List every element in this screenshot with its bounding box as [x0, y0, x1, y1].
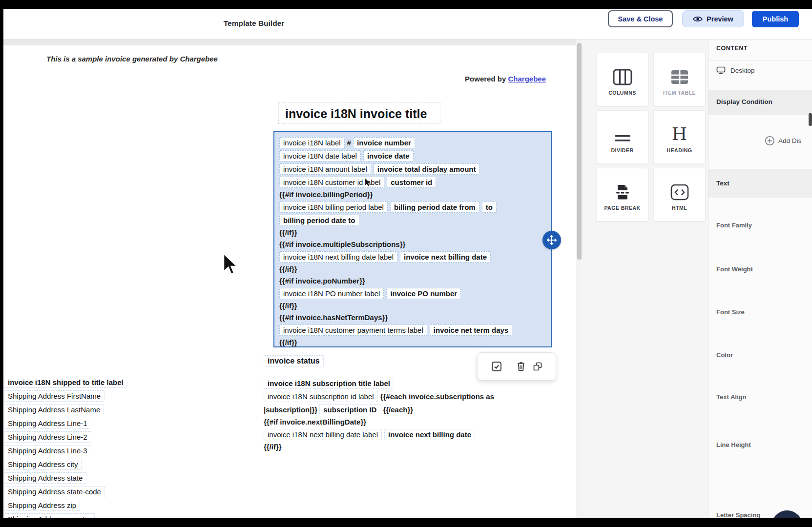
save-close-label: Save & Close — [618, 15, 663, 23]
template-builder-app: Template Builder Save & Close Preview Pu… — [0, 0, 812, 527]
chargebee-link[interactable]: Chargebee — [508, 75, 546, 83]
merge-token[interactable]: to — [482, 202, 497, 213]
merge-token[interactable]: invoice total display amount — [374, 163, 480, 175]
merge-token[interactable]: Shipping Address Line-3 — [4, 445, 91, 456]
block-card-divider[interactable]: DIVIDER — [596, 110, 648, 164]
divider-icon — [614, 118, 631, 143]
field-label-text-align: Text Align — [716, 393, 746, 401]
merge-token[interactable]: Shipping Address Line-1 — [4, 418, 91, 429]
letterbox-left — [0, 0, 3, 527]
display-condition-label: Display Condition — [716, 98, 772, 105]
merge-token[interactable]: invoice date — [363, 150, 414, 162]
merge-token[interactable]: invoice net term days — [430, 324, 512, 336]
add-condition-label: Add Dis — [778, 137, 801, 144]
shipping-address-block[interactable]: invoice i18N shipped to title label Ship… — [4, 376, 136, 526]
block-line: invoice i18N customer id labelcustomer i… — [279, 176, 546, 189]
handlebars-expression: {{/if}} — [279, 302, 297, 310]
merge-token[interactable]: invoice next billing date — [384, 429, 475, 440]
publish-button[interactable]: Publish — [752, 11, 799, 27]
toolbar-divider — [509, 361, 509, 372]
heading-icon: H — [672, 118, 687, 143]
merge-token[interactable]: Shipping Address zip — [4, 500, 80, 511]
handlebars-expression: {{#if invoice.poNumber}} — [279, 277, 365, 285]
merge-token[interactable]: invoice i18N PO number label — [279, 288, 384, 299]
publish-label: Publish — [763, 15, 788, 23]
block-line: invoice i18N date labelinvoice date — [279, 149, 546, 162]
handlebars-expression: {{/if}} — [279, 228, 297, 237]
move-icon — [546, 235, 557, 245]
hash-separator: # — [347, 139, 351, 147]
merge-token[interactable]: invoice status — [264, 355, 324, 366]
properties-panel-header: CONTENT — [716, 45, 748, 52]
canvas-scrollbar — [576, 39, 583, 518]
field-label-line-height: Line Height — [716, 441, 751, 448]
merge-token[interactable]: Shipping Address city — [4, 459, 82, 470]
block-card-columns[interactable]: COLUMNS — [596, 53, 648, 106]
block-line: invoice i18N PO number labelinvoice PO n… — [279, 287, 546, 300]
merge-token[interactable]: Shipping Address FirstName — [4, 390, 104, 402]
trash-icon[interactable] — [516, 361, 526, 372]
merge-token[interactable]: invoice i18N shipped to title label — [4, 377, 127, 388]
merge-token[interactable]: invoice i18N customer payment terms labe… — [279, 324, 427, 336]
field-label-letter-spacing: Letter Spacing — [716, 511, 760, 519]
block-card-html[interactable]: HTML — [653, 168, 706, 222]
block-drag-handle[interactable] — [542, 231, 561, 249]
preview-button[interactable]: Preview — [682, 10, 744, 27]
merge-token[interactable]: invoice i18N next billing date label — [279, 251, 397, 263]
merge-token[interactable]: billing period date from — [390, 202, 479, 213]
block-line: invoice i18N label# invoice number — [279, 136, 546, 149]
merge-token[interactable]: customer id — [387, 177, 436, 188]
merge-token[interactable]: Shipping Address LastName — [4, 404, 104, 415]
template-canvas: This is a sample invoice generated by Ch… — [3, 39, 576, 518]
field-label-color: Color — [716, 351, 733, 359]
block-action-toolbar — [477, 352, 556, 381]
merge-token[interactable]: subscription ID — [319, 404, 380, 415]
merge-token[interactable]: invoice i18N billing period label — [279, 202, 388, 213]
sample-invoice-note: This is a sample invoice generated by Ch… — [46, 55, 218, 63]
merge-token[interactable]: Shipping Address Line-2 — [4, 431, 91, 443]
merge-token[interactable]: Shipping Address state — [4, 472, 86, 484]
status-line: invoice status — [264, 354, 326, 367]
block-line: invoice i18N amount labelinvoice total d… — [279, 162, 546, 176]
merge-token[interactable]: invoice i18N date label — [279, 150, 361, 162]
merge-token[interactable]: Shipping Address state-code — [4, 486, 105, 497]
block-card-page-break[interactable]: PAGE BREAK — [596, 168, 648, 222]
powered-by-line: Powered by Chargebee — [345, 75, 546, 83]
merge-token[interactable]: invoice i18N subscription title label — [264, 378, 394, 389]
merge-token[interactable]: invoice i18N next billing date label — [264, 429, 382, 440]
monitor-icon — [716, 66, 726, 75]
block-card-label: COLUMNS — [608, 90, 636, 96]
block-card-heading[interactable]: H HEADING — [653, 110, 706, 164]
block-card-item-table[interactable]: ITEM TABLE — [653, 53, 706, 106]
panel-scrollbar-thumb[interactable] — [809, 113, 812, 126]
merge-token[interactable]: invoice i18N label — [279, 137, 345, 148]
block-card-label: HEADING — [667, 147, 692, 153]
item-table-icon — [670, 60, 689, 85]
invoice-title-block[interactable]: invoice i18N invoice title — [278, 102, 440, 124]
save-close-button[interactable]: Save & Close — [608, 10, 673, 27]
handlebars-expression: {{#if invoice.billingPeriod}} — [279, 190, 373, 199]
device-selector-desktop[interactable]: Desktop — [716, 66, 755, 75]
mouse-cursor-icon — [222, 253, 241, 276]
select-checkbox-icon[interactable] — [491, 361, 502, 372]
handlebars-expression: {{#if invoice.nextBillingDate}} — [264, 418, 366, 426]
add-display-condition-button[interactable]: Add Dis — [765, 136, 812, 146]
duplicate-icon[interactable] — [533, 362, 542, 371]
merge-token[interactable]: billing period date to — [279, 215, 359, 226]
merge-token[interactable]: invoice i18N amount label — [279, 163, 371, 175]
block-line: billing period date to — [279, 214, 546, 227]
subscription-block[interactable]: invoice i18N subscription title label in… — [264, 377, 508, 453]
merge-token[interactable]: invoice i18N subscription id label — [264, 391, 378, 402]
page-title: Template Builder — [205, 19, 303, 28]
merge-token[interactable]: invoice number — [353, 137, 415, 148]
page-break-icon — [614, 175, 631, 201]
merge-token[interactable]: invoice i18N customer id label — [279, 177, 384, 188]
field-label-font-weight: Font Weight — [716, 265, 753, 273]
merge-token[interactable]: invoice PO number — [386, 288, 461, 299]
invoice-details-block-selected[interactable]: invoice i18N label# invoice number invoi… — [273, 131, 552, 347]
scrollbar-thumb[interactable] — [577, 43, 582, 260]
handlebars-expression: {{#each invoice.subscriptions as — [380, 392, 494, 401]
block-line: invoice i18N next billing date labelinvo… — [279, 250, 546, 264]
merge-token[interactable]: invoice next billing date — [400, 251, 491, 263]
preview-label: Preview — [707, 15, 733, 23]
